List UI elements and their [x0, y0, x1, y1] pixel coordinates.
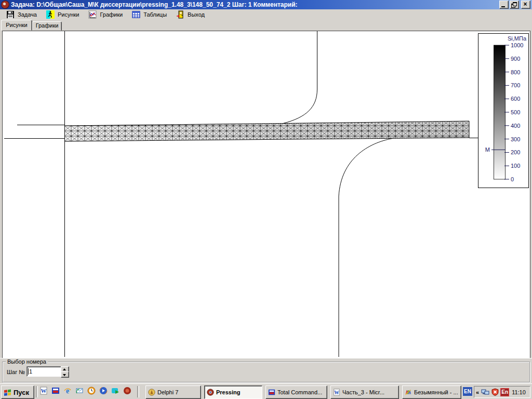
punto-language-indicator[interactable]: En — [501, 389, 509, 396]
step-select-panel: Выбор номера Шаг № 1 — [0, 358, 532, 384]
language-indicator[interactable]: EN — [463, 387, 472, 396]
stress-scale-legend: Si,МПа 10009008007006005004003002001000 … — [478, 34, 529, 188]
legend-tick-label: 900 — [511, 56, 520, 62]
fem-drawing: Si,МПа 10009008007006005004003002001000 … — [3, 31, 529, 357]
toolbar-label: Рисунки — [58, 11, 79, 18]
step-groupbox: Выбор номера Шаг № 1 — [2, 362, 530, 382]
table-icon — [132, 10, 140, 19]
security-shield-icon[interactable] — [491, 388, 499, 396]
network-icon[interactable] — [481, 389, 489, 396]
svg-text:e: e — [66, 387, 69, 395]
groupbox-label: Выбор номера — [6, 358, 48, 365]
legend-title: Si,МПа — [508, 35, 527, 42]
task-button-word-doc[interactable]: W Часть_3 - Micr... — [330, 385, 399, 399]
toolbar-label: Таблицы — [143, 11, 167, 18]
toolbar-item-task[interactable]: Задача — [3, 10, 40, 19]
taskbar-separator — [137, 386, 139, 397]
app-icon — [2, 1, 9, 8]
toolbar-item-tables[interactable]: Таблицы — [129, 10, 170, 19]
upper-die-profile — [283, 31, 317, 124]
step-number-label: Шаг № — [7, 369, 25, 375]
word-icon: W — [333, 389, 340, 396]
start-button-label: Пуск — [14, 389, 29, 396]
windows-logo-icon — [4, 388, 12, 396]
legend-tick-label: 300 — [511, 136, 520, 142]
exit-door-icon — [176, 10, 184, 19]
legend-tick-label: 800 — [511, 69, 520, 75]
toolbar-label: Графики — [100, 11, 123, 18]
total-commander-icon — [268, 389, 275, 396]
task-button-label: Total Command... — [277, 389, 322, 395]
legend-tick-label: 100 — [511, 163, 520, 169]
outlook-icon[interactable] — [75, 387, 84, 395]
tray-clock: 11:10 — [512, 389, 526, 395]
daemon-tools-icon[interactable] — [111, 387, 119, 395]
taskbar-separator — [36, 386, 38, 397]
task-button-untitled[interactable]: Безымянный - ... — [402, 385, 461, 399]
legend-tick-label: 0 — [511, 176, 514, 182]
quick-launch-bar: W e — [39, 387, 131, 395]
lower-die-profile — [339, 139, 392, 357]
toolbar-label: Выход — [188, 11, 205, 18]
main-toolbar: Задача Рисунки Графики Таблицы — [0, 9, 532, 20]
toolbar-item-exit[interactable]: Выход — [173, 10, 208, 19]
toolbar-item-pictures[interactable]: Рисунки — [43, 10, 83, 19]
running-man-icon — [46, 10, 55, 19]
minimize-button[interactable] — [499, 1, 509, 9]
down-arrow-icon — [63, 374, 66, 376]
task-button-label: Delphi 7 — [157, 389, 178, 395]
title-bar: Задача: D:\Общая\Саша_М\К диссертации\pr… — [0, 0, 532, 9]
spinner-down-button[interactable] — [61, 371, 69, 378]
word-icon[interactable]: W — [39, 387, 48, 395]
legend-tick-label: 1000 — [511, 42, 523, 48]
media-player-icon[interactable] — [99, 387, 108, 395]
up-arrow-icon — [63, 368, 66, 370]
task-button-total-commander[interactable]: Total Command... — [265, 385, 327, 399]
toolbar-item-charts[interactable]: Графики — [85, 10, 126, 19]
tray-expand-chevron[interactable]: « — [476, 389, 479, 395]
tab-charts[interactable]: Графики — [32, 21, 62, 31]
floppy-icon — [6, 10, 15, 19]
red-app-icon[interactable] — [123, 387, 131, 395]
close-icon: × — [522, 1, 529, 8]
legend-tick-label: 600 — [511, 96, 520, 102]
view-tabs: Рисунки Графики — [0, 20, 532, 31]
task-button-label: Безымянный - ... — [414, 389, 458, 395]
paint-icon — [405, 389, 412, 396]
legend-tick-label: 200 — [511, 149, 520, 155]
legend-tick-label: 500 — [511, 109, 520, 115]
step-spinner — [61, 366, 68, 377]
clock-app-icon[interactable] — [87, 387, 96, 395]
legend-marker-label: M — [485, 147, 490, 153]
legend-tick-label: 700 — [511, 82, 520, 88]
fe-mesh-strip — [65, 121, 470, 141]
task-button-label: Часть_3 - Micr... — [342, 389, 384, 395]
task-button-delphi[interactable]: Delphi 7 — [145, 385, 201, 399]
system-tray: « En 11:10 — [474, 386, 530, 398]
step-number-input[interactable]: 1 — [26, 366, 62, 377]
taskbar: Пуск W e — [0, 383, 532, 399]
toolbar-label: Задача — [18, 11, 37, 18]
pressing-app-icon — [207, 389, 214, 396]
window-title: Задача: D:\Общая\Саша_М\К диссертации\pr… — [11, 1, 498, 8]
restore-button[interactable] — [510, 1, 519, 9]
total-commander-icon[interactable] — [51, 387, 60, 395]
legend-tick-label: 400 — [511, 123, 520, 129]
task-button-pressing[interactable]: Pressing — [204, 385, 262, 399]
task-button-label: Pressing — [216, 389, 240, 395]
svg-text:W: W — [41, 388, 47, 394]
minimize-icon — [501, 6, 505, 7]
legend-gradient-bar — [494, 45, 506, 179]
tab-pictures[interactable]: Рисунки — [1, 20, 32, 31]
start-button[interactable]: Пуск — [1, 385, 34, 399]
simulation-canvas: Si,МПа 10009008007006005004003002001000 … — [2, 31, 530, 358]
svg-text:W: W — [334, 390, 339, 395]
delphi-icon — [148, 389, 155, 396]
line-chart-icon — [88, 10, 97, 19]
close-button[interactable]: × — [521, 1, 530, 9]
ie-icon[interactable]: e — [63, 387, 72, 395]
